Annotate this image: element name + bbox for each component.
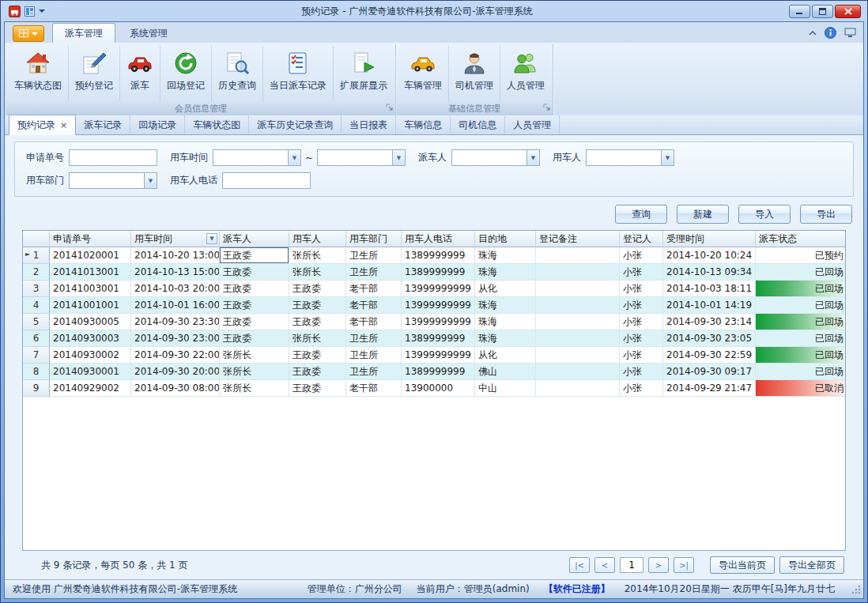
dropdown-arrow-icon[interactable]: ▼ <box>526 150 539 165</box>
cell-dispatcher[interactable]: 张所长 <box>220 380 289 397</box>
dropdown-arrow-icon[interactable]: ▼ <box>661 150 674 165</box>
status-cell[interactable]: 已预约 <box>756 247 846 264</box>
cell-apply-no[interactable]: 20140930003 <box>50 330 131 347</box>
dialog-launcher-icon[interactable] <box>386 103 393 113</box>
cell-remark[interactable] <box>536 247 620 264</box>
query-button[interactable]: 查询 <box>615 205 667 224</box>
tab-vehicle-info[interactable]: 车辆信息 <box>396 115 451 134</box>
table-row[interactable]: 6201409300032014-09-30 23:00王政委张所长卫生所138… <box>23 330 846 347</box>
cell-remark[interactable] <box>536 314 620 330</box>
table-row[interactable]: 2201410130012014-10-13 15:00王政委张所长卫生所138… <box>23 264 846 281</box>
cell-user-phone[interactable]: 1389999999 <box>402 264 475 281</box>
close-icon[interactable]: × <box>60 121 67 130</box>
cell-use-time[interactable]: 2014-09-30 23:30 <box>131 314 220 330</box>
collapse-ribbon-icon[interactable] <box>809 31 817 36</box>
extended-screen-button[interactable]: 扩展屏显示 <box>334 46 394 101</box>
cell-remark[interactable] <box>536 380 620 397</box>
tab-daily-report[interactable]: 当日报表 <box>342 115 396 134</box>
cell-registrar[interactable]: 小张 <box>620 347 663 364</box>
cell-accept-time[interactable]: 2014-10-13 09:34 <box>663 264 756 281</box>
cell-user-phone[interactable]: 13900000 <box>402 380 475 397</box>
cell-apply-no[interactable]: 20141020001 <box>50 247 131 264</box>
cell-dispatcher[interactable]: 王政委 <box>220 297 289 314</box>
cell-accept-time[interactable]: 2014-09-30 23:14 <box>663 314 756 330</box>
row-selector[interactable]: 8 <box>23 364 50 380</box>
cell-destination[interactable]: 珠海 <box>475 314 536 330</box>
tab-vehicle-status-chart[interactable]: 车辆状态图 <box>185 115 249 134</box>
use-time-to-combo[interactable]: ▼ <box>317 149 406 166</box>
cell-use-dept[interactable]: 卫生所 <box>346 364 402 380</box>
cell-use-time[interactable]: 2014-09-30 23:00 <box>131 330 220 347</box>
cell-registrar[interactable]: 小张 <box>620 247 663 264</box>
row-selector[interactable]: 5 <box>23 314 50 330</box>
user-phone-input[interactable] <box>222 172 311 189</box>
cell-dispatcher[interactable]: 王政委 <box>220 330 289 347</box>
vehicle-status-chart-button[interactable]: 车辆状态图 <box>8 46 69 101</box>
status-cell[interactable]: 已取消 <box>756 380 846 397</box>
cell-destination[interactable]: 珠海 <box>475 297 536 314</box>
help-icon[interactable] <box>825 27 836 39</box>
return-register-button[interactable]: 回场登记 <box>160 46 212 101</box>
apply-no-input[interactable] <box>69 149 157 166</box>
pager-first-button[interactable]: |< <box>569 557 590 573</box>
cell-user-phone[interactable]: 1389999999 <box>402 247 475 264</box>
dialog-launcher-icon[interactable] <box>543 103 550 113</box>
cell-destination[interactable]: 从化 <box>475 281 536 297</box>
status-cell[interactable]: 已回场 <box>756 281 846 297</box>
cell-destination[interactable]: 中山 <box>475 380 536 397</box>
cell-user-phone[interactable]: 13999999999 <box>402 297 475 314</box>
row-selector[interactable]: 4 <box>23 297 50 314</box>
cell-remark[interactable] <box>536 264 620 281</box>
status-cell[interactable]: 已回场 <box>756 314 846 330</box>
cell-user-phone[interactable]: 1389999999 <box>402 364 475 380</box>
cell-use-time[interactable]: 2014-10-01 16:00 <box>131 297 220 314</box>
cell-destination[interactable]: 珠海 <box>475 330 536 347</box>
use-dept-combo[interactable]: ▼ <box>69 172 157 189</box>
driver-manage-button[interactable]: 司机管理 <box>449 46 500 101</box>
export-all-pages-button[interactable]: 导出全部页 <box>779 556 844 574</box>
cell-use-dept[interactable]: 卫生所 <box>346 264 402 281</box>
reservation-register-button[interactable]: 预约登记 <box>69 46 120 101</box>
cell-vehicle-user[interactable]: 张所长 <box>289 247 346 264</box>
cell-dispatcher[interactable]: 王政委 <box>220 314 289 330</box>
resize-grip[interactable] <box>852 585 861 596</box>
cell-user-phone[interactable]: 1389999999 <box>402 330 475 347</box>
column-header-use-dept[interactable]: 用车部门 <box>346 231 402 247</box>
cell-vehicle-user[interactable]: 王政委 <box>289 380 346 397</box>
cell-use-dept[interactable]: 卫生所 <box>346 247 402 264</box>
cell-vehicle-user[interactable]: 张所长 <box>289 264 346 281</box>
ribbon-tab-dispatch-manage[interactable]: 派车管理 <box>52 23 115 43</box>
import-button[interactable]: 导入 <box>738 205 791 224</box>
dropdown-arrow-icon[interactable]: ▼ <box>392 150 405 165</box>
column-header-user-phone[interactable]: 用车人电话 <box>402 231 475 247</box>
cell-accept-time[interactable]: 2014-10-01 14:19 <box>663 297 756 314</box>
cell-user-phone[interactable]: 13999999999 <box>402 314 475 330</box>
screen-icon[interactable] <box>844 28 857 38</box>
status-cell[interactable]: 已回场 <box>756 264 846 281</box>
column-header-remark[interactable]: 登记备注 <box>536 231 620 247</box>
cell-registrar[interactable]: 小张 <box>620 264 663 281</box>
use-time-from-combo[interactable]: ▼ <box>213 149 301 166</box>
cell-accept-time[interactable]: 2014-09-30 22:59 <box>663 347 756 364</box>
cell-vehicle-user[interactable]: 王政委 <box>289 314 346 330</box>
cell-dispatcher[interactable]: 王政委 <box>220 247 289 264</box>
row-selector[interactable]: 6 <box>23 330 50 347</box>
cell-dispatcher[interactable]: 张所长 <box>220 364 289 380</box>
column-header-dispatcher[interactable]: 派车人 <box>220 231 289 247</box>
cell-use-time[interactable]: 2014-10-03 20:00 <box>131 281 220 297</box>
cell-use-dept[interactable]: 老干部 <box>346 281 402 297</box>
cell-use-time[interactable]: 2014-10-20 13:00 <box>131 247 220 264</box>
cell-user-phone[interactable]: 13999999999 <box>402 347 475 364</box>
cell-use-time[interactable]: 2014-09-30 22:00 <box>131 347 220 364</box>
cell-apply-no[interactable]: 20140930005 <box>50 314 131 330</box>
titlebar[interactable]: 预约记录 - 广州爱奇迪软件科技有限公司-派车管理系统 <box>4 1 864 21</box>
table-row[interactable]: 7201409300022014-09-30 22:00张所长王政委卫生所139… <box>23 347 846 364</box>
table-row[interactable]: 4201410010012014-10-01 16:00王政委王政委老干部139… <box>23 297 846 314</box>
cell-use-dept[interactable]: 老干部 <box>346 380 402 397</box>
cell-remark[interactable] <box>536 330 620 347</box>
quick-access-dropdown-icon[interactable] <box>39 9 45 16</box>
cell-registrar[interactable]: 小张 <box>620 297 663 314</box>
cell-destination[interactable]: 珠海 <box>475 247 536 264</box>
history-query-button[interactable]: 历史查询 <box>212 46 263 101</box>
cell-use-dept[interactable]: 老干部 <box>346 314 402 330</box>
